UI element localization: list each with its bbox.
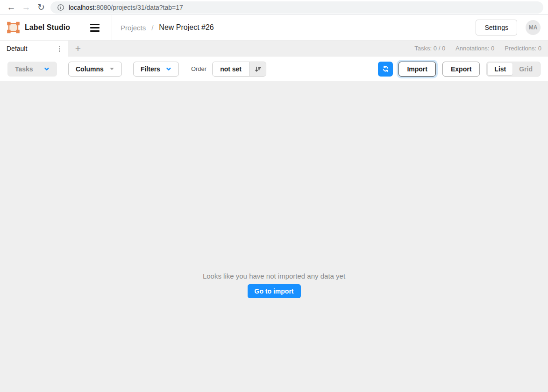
data-toolbar: Tasks Columns Filters Order not set bbox=[0, 56, 548, 81]
view-toggle-list[interactable]: List bbox=[488, 63, 512, 75]
chevron-down-icon bbox=[44, 66, 50, 72]
columns-dropdown[interactable]: Columns bbox=[68, 62, 122, 77]
go-to-import-button[interactable]: Go to import bbox=[248, 284, 301, 298]
data-manager-empty-state: Looks like you have not imported any dat… bbox=[0, 81, 548, 392]
import-button[interactable]: Import bbox=[399, 62, 436, 77]
browser-reload-icon[interactable]: ↻ bbox=[36, 2, 47, 13]
export-button[interactable]: Export bbox=[442, 62, 480, 77]
order-control: not set bbox=[212, 62, 266, 77]
browser-toolbar: ← → ↻ localhost:8080/projects/31/data?ta… bbox=[0, 0, 548, 15]
url-host: localhost bbox=[69, 4, 94, 11]
menu-hamburger-icon[interactable] bbox=[88, 22, 101, 34]
filters-dropdown-label: Filters bbox=[141, 65, 160, 73]
app-header: Label Studio Projects / New Project #26 … bbox=[0, 15, 548, 41]
columns-dropdown-label: Columns bbox=[76, 65, 104, 73]
view-toggle: List Grid bbox=[486, 62, 541, 77]
annotations-counter: Annotations: 0 bbox=[455, 45, 494, 52]
order-label: Order bbox=[191, 65, 206, 72]
tasks-dropdown[interactable]: Tasks bbox=[7, 62, 57, 77]
app-title: Label Studio bbox=[25, 23, 70, 32]
breadcrumb: Projects / New Project #26 bbox=[112, 23, 476, 32]
browser-back-icon[interactable]: ← bbox=[6, 2, 17, 13]
tab-bar: Default + Tasks: 0 / 0 Annotations: 0 Pr… bbox=[0, 41, 548, 56]
label-studio-logo-icon bbox=[7, 21, 20, 34]
tab-default-label: Default bbox=[7, 45, 27, 52]
page-title: New Project #26 bbox=[159, 23, 214, 32]
tab-options-kebab-icon[interactable] bbox=[56, 44, 63, 54]
tasks-counter: Tasks: 0 / 0 bbox=[414, 45, 445, 52]
settings-button[interactable]: Settings bbox=[476, 20, 517, 35]
predictions-counter: Predictions: 0 bbox=[505, 45, 541, 52]
sort-direction-button[interactable] bbox=[249, 62, 266, 76]
breadcrumb-separator: / bbox=[151, 24, 153, 32]
caret-down-icon bbox=[109, 66, 114, 71]
refresh-button[interactable] bbox=[378, 62, 393, 77]
tasks-dropdown-label: Tasks bbox=[15, 65, 33, 73]
info-icon[interactable] bbox=[57, 4, 64, 11]
tab-default[interactable]: Default bbox=[0, 41, 68, 56]
url-text[interactable]: localhost:8080/projects/31/data?tab=17 bbox=[69, 4, 183, 11]
breadcrumb-projects-link[interactable]: Projects bbox=[121, 24, 146, 32]
order-value-button[interactable]: not set bbox=[213, 62, 249, 76]
user-avatar[interactable]: MA bbox=[526, 20, 541, 35]
filters-dropdown[interactable]: Filters bbox=[133, 62, 179, 77]
url-path: :8080/projects/31/data?tab=17 bbox=[94, 4, 183, 11]
sort-descending-icon bbox=[254, 65, 262, 73]
address-bar[interactable]: localhost:8080/projects/31/data?tab=17 bbox=[50, 1, 543, 14]
sync-icon bbox=[382, 65, 390, 73]
add-tab-button[interactable]: + bbox=[68, 41, 88, 56]
chevron-down-icon bbox=[166, 66, 171, 72]
browser-forward-icon[interactable]: → bbox=[21, 2, 32, 13]
tab-bar-spacer bbox=[88, 41, 414, 56]
view-toggle-grid[interactable]: Grid bbox=[512, 63, 539, 75]
logo-section: Label Studio bbox=[0, 15, 112, 40]
empty-state-message: Looks like you have not imported any dat… bbox=[203, 272, 345, 280]
app-logo[interactable]: Label Studio bbox=[7, 21, 70, 34]
counters: Tasks: 0 / 0 Annotations: 0 Predictions:… bbox=[414, 41, 548, 56]
plus-icon: + bbox=[75, 43, 81, 54]
